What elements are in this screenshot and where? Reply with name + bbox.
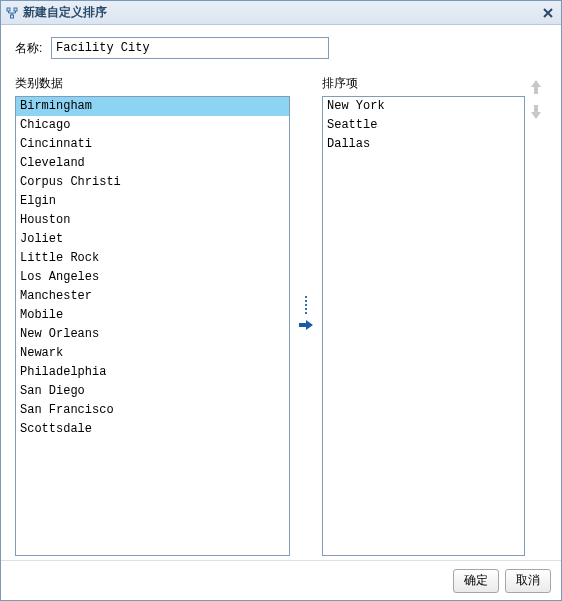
category-label: 类别数据	[15, 75, 290, 92]
sort-label: 排序项	[322, 75, 525, 92]
list-item[interactable]: Corpus Christi	[16, 173, 289, 192]
titlebar: 新建自定义排序	[1, 1, 561, 25]
move-down-button[interactable]	[529, 104, 543, 123]
svg-rect-1	[14, 8, 17, 11]
dialog-title: 新建自定义排序	[23, 4, 539, 21]
close-icon	[543, 8, 553, 18]
list-item[interactable]: Houston	[16, 211, 289, 230]
ok-button[interactable]: 确定	[453, 569, 499, 593]
dialog: 新建自定义排序 名称: 类别数据 BirminghamChicagoCincin…	[0, 0, 562, 601]
sort-column: 排序项 New YorkSeattleDallas	[322, 75, 525, 556]
list-item[interactable]: Chicago	[16, 116, 289, 135]
list-item[interactable]: Elgin	[16, 192, 289, 211]
move-up-button[interactable]	[529, 79, 543, 98]
list-item[interactable]: Mobile	[16, 306, 289, 325]
cancel-button[interactable]: 取消	[505, 569, 551, 593]
list-item[interactable]: Dallas	[323, 135, 524, 154]
list-item[interactable]: New York	[323, 97, 524, 116]
arrow-up-icon	[529, 79, 543, 95]
list-item[interactable]: Joliet	[16, 230, 289, 249]
close-button[interactable]	[539, 4, 557, 22]
list-item[interactable]: Little Rock	[16, 249, 289, 268]
name-input[interactable]	[51, 37, 329, 59]
footer: 确定 取消	[1, 560, 561, 600]
sort-list[interactable]: New YorkSeattleDallas	[322, 96, 525, 556]
list-item[interactable]: Newark	[16, 344, 289, 363]
list-item[interactable]: Cleveland	[16, 154, 289, 173]
transfer-column	[290, 75, 322, 556]
svg-rect-0	[7, 8, 10, 11]
drag-handle-icon[interactable]	[305, 296, 307, 314]
move-right-button[interactable]	[298, 318, 314, 335]
list-item[interactable]: Manchester	[16, 287, 289, 306]
list-item[interactable]: Los Angeles	[16, 268, 289, 287]
name-label: 名称:	[15, 40, 51, 57]
category-list[interactable]: BirminghamChicagoCincinnatiClevelandCorp…	[15, 96, 290, 556]
list-item[interactable]: Seattle	[323, 116, 524, 135]
reorder-column	[525, 75, 547, 556]
content-area: 名称: 类别数据 BirminghamChicagoCincinnatiClev…	[1, 25, 561, 560]
list-item[interactable]: Birmingham	[16, 97, 289, 116]
list-item[interactable]: Cincinnati	[16, 135, 289, 154]
category-column: 类别数据 BirminghamChicagoCincinnatiClevelan…	[15, 75, 290, 556]
list-item[interactable]: San Francisco	[16, 401, 289, 420]
arrow-down-icon	[529, 104, 543, 120]
list-item[interactable]: Scottsdale	[16, 420, 289, 439]
list-item[interactable]: San Diego	[16, 382, 289, 401]
list-item[interactable]: New Orleans	[16, 325, 289, 344]
svg-rect-2	[11, 15, 14, 18]
sort-icon	[5, 6, 19, 20]
lists-row: 类别数据 BirminghamChicagoCincinnatiClevelan…	[15, 75, 547, 556]
name-row: 名称:	[15, 37, 547, 59]
arrow-right-icon	[298, 318, 314, 332]
list-item[interactable]: Philadelphia	[16, 363, 289, 382]
